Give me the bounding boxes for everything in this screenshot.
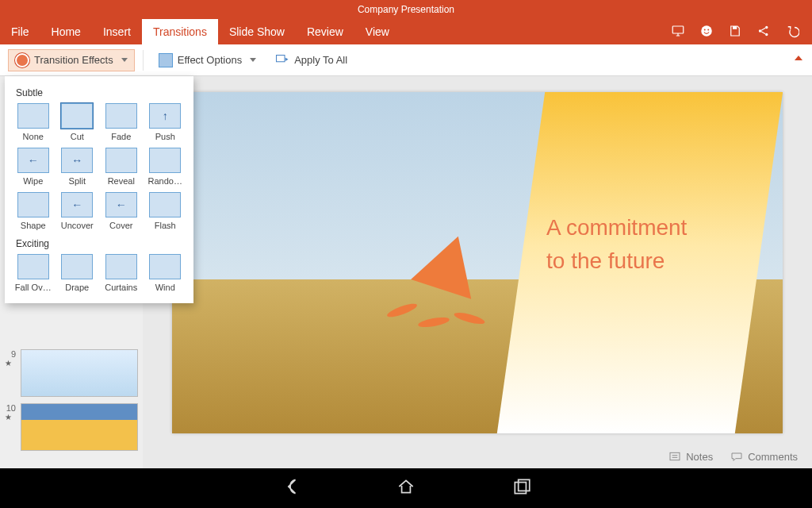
thumb-number: 9 xyxy=(5,349,16,359)
undo-icon[interactable] xyxy=(785,24,799,40)
effect-fade[interactable]: Fade xyxy=(101,103,142,141)
thumbnail-10[interactable]: 10 ★ xyxy=(0,400,143,454)
transition-effects-button[interactable]: Transition Effects xyxy=(8,49,135,71)
android-navbar xyxy=(0,468,812,508)
svg-rect-0 xyxy=(672,26,684,33)
svg-point-3 xyxy=(707,29,709,30)
title-actions xyxy=(671,19,812,44)
android-home-icon[interactable] xyxy=(396,476,416,500)
tab-slideshow[interactable]: Slide Show xyxy=(218,19,296,44)
ribbon-toolbar: Transition Effects Effect Options Apply … xyxy=(0,44,812,76)
animation-star-icon: ★ xyxy=(5,359,16,368)
slide-title-text[interactable]: A commitment to the future xyxy=(546,211,745,278)
comments-button[interactable]: Comments xyxy=(730,451,798,463)
effect-split[interactable]: ↔Split xyxy=(57,148,98,186)
android-back-icon[interactable] xyxy=(280,476,301,500)
effect-reveal[interactable]: Reveal xyxy=(101,148,142,186)
effect-push[interactable]: ↑Push xyxy=(145,103,186,141)
transition-effects-icon xyxy=(15,53,29,67)
tab-home[interactable]: Home xyxy=(40,19,92,44)
effect-options-label: Effect Options xyxy=(178,54,242,66)
thumbnail-9[interactable]: 9 ★ xyxy=(0,346,143,400)
apply-to-all-button[interactable]: Apply To All xyxy=(268,48,354,71)
collapse-ribbon-icon[interactable] xyxy=(795,56,802,60)
tab-transitions[interactable]: Transitions xyxy=(142,19,218,44)
effect-random[interactable]: Rando… xyxy=(145,148,186,186)
group-exciting-label: Exciting xyxy=(11,235,187,254)
present-icon[interactable] xyxy=(671,24,685,40)
chevron-down-icon xyxy=(250,58,256,62)
effect-wipe[interactable]: ←Wipe xyxy=(13,148,54,186)
slide-canvas-area: A commitment to the future xyxy=(143,76,812,468)
exciting-grid: Fall Ov… Drape Curtains Wind xyxy=(11,254,187,297)
svg-rect-4 xyxy=(733,26,737,29)
subtle-grid: None Cut Fade ↑Push ←Wipe ↔Split Reveal … xyxy=(11,103,187,235)
svg-rect-8 xyxy=(277,56,285,62)
android-recent-icon[interactable] xyxy=(511,476,532,500)
effect-shape[interactable]: Shape xyxy=(13,192,54,230)
effect-options-icon xyxy=(159,53,173,67)
comments-icon xyxy=(730,451,743,462)
effect-none[interactable]: None xyxy=(13,103,54,141)
effect-options-button[interactable]: Effect Options xyxy=(151,49,263,71)
notes-label: Notes xyxy=(686,451,713,463)
effect-flash[interactable]: Flash xyxy=(145,192,186,230)
group-subtle-label: Subtle xyxy=(11,84,187,103)
svg-point-7 xyxy=(765,33,768,35)
notes-icon xyxy=(668,451,681,462)
tab-view[interactable]: View xyxy=(354,19,400,44)
title-bar: Company Presentation xyxy=(0,0,812,19)
notes-button[interactable]: Notes xyxy=(668,451,713,463)
thumb-number: 10 xyxy=(5,403,16,413)
ribbon-tabs: File Home Insert Transitions Slide Show … xyxy=(0,19,812,44)
smiley-icon[interactable] xyxy=(699,24,714,40)
effect-drape[interactable]: Drape xyxy=(57,254,98,292)
kite-graphic xyxy=(410,235,489,330)
svg-rect-12 xyxy=(515,483,526,494)
effect-uncover[interactable]: ←Uncover xyxy=(57,192,98,230)
svg-point-1 xyxy=(701,25,712,37)
comments-label: Comments xyxy=(748,451,798,463)
effect-cover[interactable]: ←Cover xyxy=(101,192,142,230)
animation-star-icon: ★ xyxy=(5,413,16,421)
apply-all-label: Apply To All xyxy=(294,54,347,66)
status-bar: Notes Comments xyxy=(143,444,812,468)
svg-point-5 xyxy=(759,29,761,32)
thumb-preview xyxy=(21,403,138,451)
transition-effects-panel: Subtle None Cut Fade ↑Push ←Wipe ↔Split … xyxy=(5,76,193,303)
effect-curtains[interactable]: Curtains xyxy=(101,254,142,292)
thumb-preview xyxy=(21,349,138,397)
chevron-down-icon xyxy=(121,58,128,62)
share-icon[interactable] xyxy=(756,24,771,40)
svg-point-2 xyxy=(704,29,706,30)
svg-rect-13 xyxy=(519,479,530,491)
document-title: Company Presentation xyxy=(358,4,454,15)
tab-insert[interactable]: Insert xyxy=(92,19,142,44)
svg-rect-9 xyxy=(670,452,680,460)
effect-fallover[interactable]: Fall Ov… xyxy=(13,254,54,292)
apply-all-icon xyxy=(275,52,289,67)
transition-effects-label: Transition Effects xyxy=(34,54,113,66)
svg-point-6 xyxy=(765,25,768,28)
slide-canvas[interactable]: A commitment to the future xyxy=(172,92,783,433)
effect-cut[interactable]: Cut xyxy=(57,103,98,141)
effect-wind[interactable]: Wind xyxy=(145,254,186,292)
save-icon[interactable] xyxy=(728,24,742,40)
tab-file[interactable]: File xyxy=(0,19,40,44)
tab-review[interactable]: Review xyxy=(296,19,354,44)
separator xyxy=(143,50,144,71)
